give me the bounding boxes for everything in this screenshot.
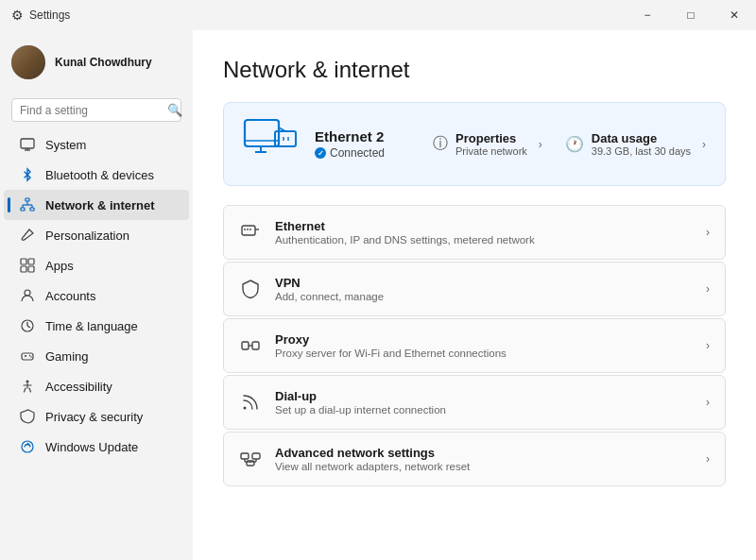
network-icon xyxy=(19,196,36,213)
apps-icon xyxy=(19,257,36,274)
ethernet-text: Ethernet Authentication, IP and DNS sett… xyxy=(275,219,693,246)
advanced-network-icon xyxy=(239,448,262,470)
proxy-icon xyxy=(239,334,262,357)
svg-line-17 xyxy=(27,326,30,328)
proxy-text: Proxy Proxy server for Wi-Fi and Etherne… xyxy=(275,332,693,359)
sidebar-item-accounts[interactable]: Accounts xyxy=(4,280,189,311)
user-profile[interactable]: Kunal Chowdhury xyxy=(0,38,193,94)
svg-rect-25 xyxy=(245,120,279,146)
sidebar-label-update: Windows Update xyxy=(45,440,138,454)
titlebar-left: ⚙ Settings xyxy=(11,8,70,23)
svg-point-14 xyxy=(25,290,30,296)
vpn-chevron: › xyxy=(706,282,710,296)
update-icon xyxy=(19,438,36,455)
properties-item[interactable]: ⓘ Properties Private network › xyxy=(433,131,542,157)
search-icon[interactable]: 🔍 xyxy=(167,103,182,117)
svg-point-22 xyxy=(30,356,32,358)
proxy-chevron: › xyxy=(706,339,710,352)
network-card: Ethernet 2 Connected ⓘ Properties Privat… xyxy=(223,102,726,186)
vpn-icon xyxy=(239,278,262,300)
svg-rect-43 xyxy=(241,453,249,459)
data-usage-chevron: › xyxy=(702,138,706,151)
avatar xyxy=(11,45,45,79)
sidebar-label-privacy: Privacy & security xyxy=(45,410,143,424)
sidebar: Kunal Chowdhury 🔍 System xyxy=(0,30,193,560)
ethernet-icon xyxy=(239,221,262,244)
content-area: Network & internet xyxy=(193,30,756,560)
advanced-network-text: Advanced network settings View all netwo… xyxy=(275,446,693,472)
search-box[interactable]: 🔍 xyxy=(11,98,181,122)
vpn-text: VPN Add, connect, manage xyxy=(275,276,693,302)
data-usage-item[interactable]: 🕐 Data usage 39.3 GB, last 30 days › xyxy=(565,131,706,157)
sidebar-item-network[interactable]: Network & internet xyxy=(4,190,189,220)
properties-sub: Private network xyxy=(455,145,527,157)
privacy-icon xyxy=(19,408,36,425)
svg-rect-44 xyxy=(252,453,260,459)
sidebar-item-update[interactable]: Windows Update xyxy=(4,432,189,462)
sidebar-label-system: System xyxy=(45,138,86,152)
avatar-image xyxy=(11,45,45,79)
status-dot xyxy=(315,147,326,159)
network-status: Connected xyxy=(315,146,418,160)
sidebar-label-accessibility: Accessibility xyxy=(45,380,112,394)
network-name: Ethernet 2 xyxy=(315,128,418,144)
sidebar-item-accessibility[interactable]: Accessibility xyxy=(4,371,189,401)
proxy-item[interactable]: Proxy Proxy server for Wi-Fi and Etherne… xyxy=(223,318,726,373)
sidebar-item-personalization[interactable]: Personalization xyxy=(4,220,189,250)
svg-rect-0 xyxy=(21,139,34,148)
svg-rect-12 xyxy=(21,266,26,272)
data-usage-sub: 39.3 GB, last 30 days xyxy=(592,145,691,157)
titlebar: ⚙ Settings − □ ✕ xyxy=(0,0,756,30)
sidebar-label-bluetooth: Bluetooth & devices xyxy=(45,168,154,182)
sidebar-label-apps: Apps xyxy=(45,259,74,273)
svg-rect-5 xyxy=(30,208,34,211)
dialup-title: Dial-up xyxy=(275,389,693,403)
username: Kunal Chowdhury xyxy=(55,56,152,69)
data-usage-label: Data usage xyxy=(592,131,691,145)
svg-rect-10 xyxy=(21,259,26,264)
sidebar-label-time: Time & language xyxy=(45,319,138,333)
svg-rect-11 xyxy=(28,259,34,264)
advanced-network-item[interactable]: Advanced network settings View all netwo… xyxy=(223,432,726,486)
ethernet-device-icon xyxy=(243,118,300,170)
svg-point-42 xyxy=(244,407,247,410)
maximize-button[interactable]: □ xyxy=(669,0,713,30)
sidebar-item-bluetooth[interactable]: Bluetooth & devices xyxy=(4,160,189,190)
dialup-icon xyxy=(239,391,262,414)
svg-rect-34 xyxy=(242,226,255,235)
svg-rect-3 xyxy=(26,198,29,201)
gaming-icon xyxy=(19,348,36,365)
vpn-item[interactable]: VPN Add, connect, manage › xyxy=(223,262,726,316)
sidebar-label-personalization: Personalization xyxy=(45,229,129,243)
sidebar-item-gaming[interactable]: Gaming xyxy=(4,341,189,371)
network-info: Ethernet 2 Connected xyxy=(315,128,418,160)
brush-icon xyxy=(19,227,36,244)
ethernet-desc: Authentication, IP and DNS settings, met… xyxy=(275,234,693,246)
system-icon xyxy=(19,136,36,153)
svg-rect-13 xyxy=(28,266,34,272)
data-usage-text: Data usage 39.3 GB, last 30 days xyxy=(592,131,691,157)
sidebar-item-apps[interactable]: Apps xyxy=(4,250,189,280)
sidebar-item-system[interactable]: System xyxy=(4,129,189,160)
sidebar-item-privacy[interactable]: Privacy & security xyxy=(4,401,189,432)
svg-rect-4 xyxy=(21,208,25,211)
sidebar-label-network: Network & internet xyxy=(45,198,155,212)
search-input[interactable] xyxy=(20,104,162,117)
dialup-item[interactable]: Dial-up Set up a dial-up internet connec… xyxy=(223,375,726,430)
settings-list: Ethernet Authentication, IP and DNS sett… xyxy=(223,205,726,486)
sidebar-item-time[interactable]: Time & language xyxy=(4,311,189,341)
advanced-network-chevron: › xyxy=(706,452,710,466)
sidebar-label-accounts: Accounts xyxy=(45,289,95,303)
ethernet-chevron: › xyxy=(706,226,710,239)
svg-rect-40 xyxy=(252,342,259,349)
close-button[interactable]: ✕ xyxy=(713,0,756,30)
minimize-button[interactable]: − xyxy=(626,0,669,30)
svg-rect-39 xyxy=(242,342,249,349)
page-title: Network & internet xyxy=(223,57,726,83)
vpn-title: VPN xyxy=(275,276,693,290)
properties-chevron: › xyxy=(539,138,542,151)
ethernet-item[interactable]: Ethernet Authentication, IP and DNS sett… xyxy=(223,205,726,260)
data-usage-icon: 🕐 xyxy=(565,135,584,153)
accessibility-icon xyxy=(19,378,36,395)
network-status-text: Connected xyxy=(330,146,385,160)
